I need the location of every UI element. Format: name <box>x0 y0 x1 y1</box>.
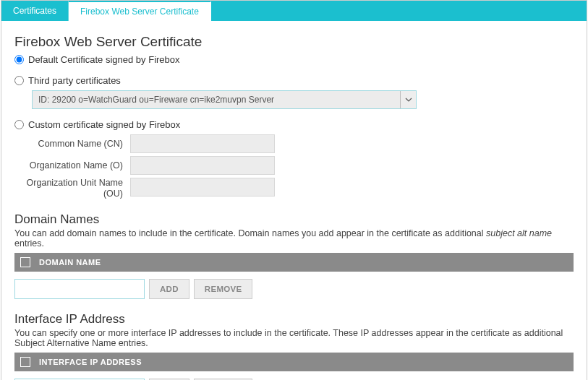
radio-row-custom: Custom certificate signed by Firebox <box>14 119 574 130</box>
domain-names-title: Domain Names <box>14 212 574 227</box>
cn-input[interactable] <box>130 134 275 153</box>
o-label: Organization Name (O) <box>14 160 130 170</box>
domain-select-all-checkbox[interactable] <box>20 257 30 267</box>
content-area: Firebox Web Server Certificate Default C… <box>1 21 587 380</box>
ou-label: Organization Unit Name (OU) <box>14 178 130 199</box>
third-party-cert-dropdown[interactable]: ID: 29200 o=WatchGuard ou=Fireware cn=ik… <box>32 90 417 109</box>
radio-third-party-label: Third party certificates <box>28 75 121 86</box>
radio-default[interactable] <box>14 55 24 64</box>
tab-bar: Certificates Firebox Web Server Certific… <box>1 1 587 21</box>
ou-input[interactable] <box>130 178 275 197</box>
radio-row-default: Default Certificate signed by Firebox <box>14 54 574 65</box>
radio-custom[interactable] <box>14 120 24 129</box>
radio-third-party[interactable] <box>14 76 24 85</box>
field-row-o: Organization Name (O) <box>14 156 574 175</box>
domain-table-header: DOMAIN NAME <box>14 253 574 272</box>
app-frame: Certificates Firebox Web Server Certific… <box>1 0 587 380</box>
interface-select-all-checkbox[interactable] <box>20 357 30 367</box>
tab-certificates[interactable]: Certificates <box>1 1 69 21</box>
radio-custom-label: Custom certificate signed by Firebox <box>28 119 180 130</box>
page-title: Firebox Web Server Certificate <box>14 34 574 50</box>
radio-row-third-party: Third party certificates <box>14 75 574 86</box>
domain-remove-button[interactable]: REMOVE <box>194 279 253 299</box>
field-row-ou: Organization Unit Name (OU) <box>14 178 574 199</box>
field-row-cn: Common Name (CN) <box>14 134 574 153</box>
interface-col-header: INTERFACE IP ADDRESS <box>39 358 142 366</box>
domain-input-row: ADD REMOVE <box>14 279 574 299</box>
domain-col-header: DOMAIN NAME <box>39 258 101 267</box>
chevron-down-icon <box>400 91 416 108</box>
tab-certificates-label: Certificates <box>13 6 56 16</box>
interface-ip-title: Interface IP Address <box>14 312 574 327</box>
interface-ip-desc: You can specify one or more interface IP… <box>14 328 574 348</box>
domain-name-input[interactable] <box>14 279 145 299</box>
cn-label: Common Name (CN) <box>14 139 130 149</box>
o-input[interactable] <box>130 156 275 175</box>
interface-table-header: INTERFACE IP ADDRESS <box>14 353 574 371</box>
dropdown-selected-text: ID: 29200 o=WatchGuard ou=Fireware cn=ik… <box>33 91 400 108</box>
domain-names-desc: You can add domain names to include in t… <box>14 228 574 249</box>
domain-add-button[interactable]: ADD <box>149 279 189 299</box>
radio-default-label: Default Certificate signed by Firebox <box>28 54 180 65</box>
tab-firebox-cert[interactable]: Firebox Web Server Certificate <box>69 1 211 21</box>
tab-firebox-cert-label: Firebox Web Server Certificate <box>80 7 199 17</box>
